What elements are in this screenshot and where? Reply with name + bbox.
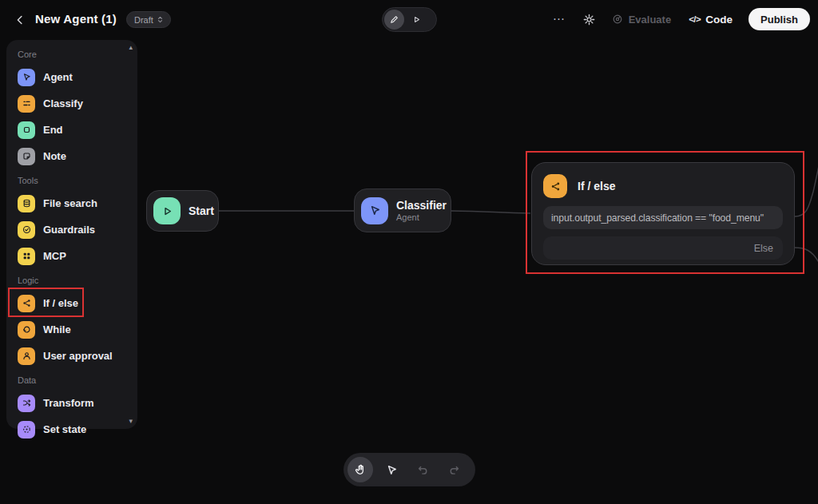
evaluate-icon [611,13,624,26]
classifier-node-title: Classifier [396,199,447,212]
user-approval-icon [18,347,35,365]
sidebar-item-end[interactable]: End [6,117,137,143]
preview-mode-button[interactable] [407,10,427,30]
sidebar-item-label: Agent [43,71,73,83]
redo-button[interactable] [441,457,467,482]
sidebar-item-transform[interactable]: Transform [6,390,137,416]
sidebar-item-label: Guardrails [43,224,95,236]
chevron-updown-icon [156,15,165,24]
start-play-icon [153,197,181,224]
back-button[interactable] [11,11,29,29]
note-icon [18,148,35,165]
code-button[interactable]: </> Code [689,14,733,26]
start-node[interactable]: Start [146,190,219,232]
edit-mode-button[interactable] [384,10,404,30]
classifier-node[interactable]: Classifier Agent [354,189,451,232]
if-condition-row[interactable]: input.output_parsed.classification == "f… [543,206,783,229]
node-palette-sidebar: ▴ Core Agent Classify End Note Tools Fil… [6,40,137,429]
if-else-node[interactable]: If / else input.output_parsed.classifica… [531,162,795,265]
section-label-core: Core [6,43,137,64]
chevron-left-icon [13,13,27,27]
sidebar-item-file-search[interactable]: File search [6,190,137,216]
classify-icon [18,95,35,113]
hand-icon [354,463,367,477]
settings-button[interactable] [579,9,600,30]
if-else-icon [18,295,35,312]
while-loop-icon [18,321,35,339]
scroll-down-icon[interactable]: ▾ [129,418,133,425]
start-node-title: Start [189,204,214,217]
scroll-up-icon[interactable]: ▴ [129,44,133,51]
sidebar-item-classify[interactable]: Classify [6,90,137,117]
section-label-tools: Tools [6,169,137,190]
undo-button[interactable] [410,457,435,482]
sidebar-item-agent[interactable]: Agent [6,64,137,90]
canvas-toolbar [343,453,475,486]
edit-preview-toggle [382,7,437,32]
sidebar-item-label: End [43,124,63,136]
sidebar-item-label: If / else [43,297,78,309]
file-search-icon [18,195,35,212]
agent-icon [18,69,35,86]
sidebar-item-label: User approval [43,350,113,362]
sidebar-item-guardrails[interactable]: Guardrails [6,216,137,243]
undo-icon [416,463,430,477]
mcp-icon [18,248,35,265]
else-row[interactable]: Else [543,236,783,260]
draft-status-badge[interactable]: Draft [126,11,171,28]
gear-icon [582,13,596,26]
set-state-icon [18,421,35,439]
sidebar-item-if-else[interactable]: If / else [6,290,137,316]
section-label-data: Data [6,369,137,390]
sidebar-item-set-state[interactable]: Set state [6,416,137,442]
if-else-branch-icon [543,174,567,198]
sidebar-item-while[interactable]: While [6,316,137,343]
topbar: New Agent (1) Draft ⋯ Evaluate </> Code … [0,0,818,38]
transform-icon [18,395,35,412]
sidebar-item-user-approval[interactable]: User approval [6,343,137,369]
sidebar-item-label: Classify [43,97,83,109]
sidebar-item-label: Transform [43,397,94,409]
end-icon [18,121,35,139]
sidebar-item-label: Set state [43,423,86,435]
code-icon: </> [689,14,701,24]
more-options-button[interactable]: ⋯ [549,12,570,26]
classifier-node-subtitle: Agent [396,212,447,222]
evaluate-button[interactable]: Evaluate [611,13,671,26]
pan-tool-button[interactable] [347,457,373,482]
sidebar-item-note[interactable]: Note [6,143,137,169]
else-label: Else [754,243,773,254]
publish-button[interactable]: Publish [749,8,810,30]
page-title: New Agent (1) [35,0,117,38]
guardrails-icon [18,221,35,239]
sidebar-item-mcp[interactable]: MCP [6,243,137,269]
pointer-icon [385,463,399,477]
topbar-actions: ⋯ Evaluate </> Code Publish [549,0,810,38]
pencil-icon [389,14,399,25]
sidebar-item-label: File search [43,197,97,209]
sidebar-item-label: While [43,323,71,335]
evaluate-label: Evaluate [629,14,671,26]
if-else-node-title: If / else [578,180,615,192]
code-label: Code [705,14,733,26]
play-icon [411,14,422,25]
sidebar-item-label: Note [43,150,66,162]
sidebar-item-label: MCP [43,250,66,262]
redo-icon [447,463,461,477]
classifier-agent-icon [361,197,388,224]
if-condition-expression: input.output_parsed.classification == "f… [551,212,764,224]
select-tool-button[interactable] [379,457,404,482]
section-label-logic: Logic [6,269,137,290]
draft-label: Draft [134,15,153,25]
